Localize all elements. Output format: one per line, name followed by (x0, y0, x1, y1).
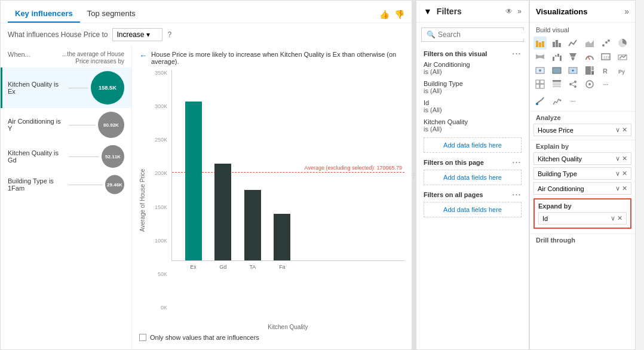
svg-rect-36 (553, 82, 561, 84)
viz-icon-ribbon[interactable] (533, 50, 547, 63)
explain-by-air-conditioning[interactable]: Air Conditioning ∨ ✕ (533, 182, 631, 195)
filter-kitchen-quality[interactable]: Kitchen Quality is (All) (416, 116, 529, 135)
add-data-page[interactable]: Add data fields here (424, 170, 522, 185)
bar-group-2[interactable]: TA (244, 190, 261, 260)
viz-icon-filled-map[interactable] (550, 64, 563, 77)
svg-point-45 (588, 83, 591, 85)
chart-description-text: House Price is more likely to increase w… (151, 51, 404, 65)
filters-on-visual-menu[interactable]: ··· (513, 50, 522, 57)
filter-id[interactable]: Id is (All) (416, 97, 529, 116)
influence-direction-dropdown[interactable]: Increase ▾ (112, 28, 162, 41)
viz-icon-py-visual[interactable]: Py (616, 64, 629, 77)
influencer-bubble-2: 52.11K (102, 145, 124, 168)
eye-icon[interactable]: 👁 (505, 7, 513, 16)
bar-3[interactable] (274, 214, 290, 260)
viz-icon-scatter[interactable] (599, 36, 612, 50)
analyze-section-label: Analyze (530, 111, 635, 122)
bar-0[interactable] (185, 102, 202, 260)
viz-icon-key-influencers[interactable] (583, 78, 596, 91)
expand-by-dropdown[interactable]: Id ∨ ✕ (538, 212, 627, 225)
bar-group-0[interactable]: Ex (185, 102, 202, 260)
expand-filters-icon[interactable]: » (517, 7, 522, 16)
search-input[interactable] (438, 30, 528, 39)
influencer-item-1[interactable]: Air Conditioning is Y 80.92K (1, 108, 131, 142)
bar-2[interactable] (244, 190, 261, 260)
viz-icon-azure-map[interactable] (566, 64, 579, 77)
filters-all-pages-menu[interactable]: ··· (513, 191, 522, 198)
add-data-visual[interactable]: Add data fields here (424, 137, 522, 153)
thumbs-down-icon[interactable]: 👎 (394, 10, 404, 19)
analyze-dropdown[interactable]: House Price ∨ ✕ (533, 124, 631, 136)
more-icon: ··· (570, 97, 575, 105)
tab-icons: 👍 👎 (379, 10, 404, 19)
chevron-down-icon-building[interactable]: ∨ (615, 170, 620, 177)
chevron-down-icon-kitchen[interactable]: ∨ (615, 155, 620, 162)
viz-icon-paint-brush[interactable] (533, 94, 547, 108)
back-arrow-icon[interactable]: ← (139, 51, 148, 60)
influencer-line-3 (69, 185, 103, 185)
search-box[interactable]: 🔍 (421, 27, 524, 42)
tab-top-segments[interactable]: Top segments (80, 5, 143, 23)
influencer-item-2[interactable]: Kitchen Quality is Gd 52.11K (1, 142, 131, 171)
filters-on-page-title: Filters on this page (424, 159, 484, 166)
close-icon-analyze[interactable]: ✕ (622, 126, 627, 134)
left-panel: Key influencers Top segments 👍 👎 What in… (0, 0, 412, 350)
viz-icon-decomp-tree[interactable] (566, 78, 579, 91)
explain-by-kitchen-quality[interactable]: Kitchen Quality ∨ ✕ (533, 152, 631, 165)
filter-question: What influences House Price to (8, 30, 108, 39)
viz-icon-table[interactable] (550, 78, 563, 91)
help-icon[interactable]: ? (167, 30, 171, 39)
viz-icon-card[interactable]: 123 (599, 50, 612, 63)
tab-key-influencers[interactable]: Key influencers (8, 5, 80, 23)
bar-1[interactable] (214, 164, 231, 260)
viz-icon-map[interactable] (533, 64, 547, 77)
viz-icon-area-chart[interactable] (583, 36, 596, 50)
explain-by-building-type[interactable]: Building Type ∨ ✕ (533, 167, 631, 180)
close-icon-kitchen[interactable]: ✕ (622, 155, 627, 162)
close-icon-building[interactable]: ✕ (622, 170, 627, 177)
close-icon-air[interactable]: ✕ (622, 185, 627, 192)
filters-all-pages-title: Filters on all pages (424, 191, 483, 198)
viz-expand-icon[interactable]: » (624, 7, 629, 16)
bar-group-3[interactable]: Fa (274, 214, 290, 260)
viz-icon-line-chart[interactable] (566, 36, 579, 50)
add-data-all-pages[interactable]: Add data fields here (424, 202, 522, 217)
influencer-bar-0: 158.5K (66, 71, 125, 105)
svg-point-9 (608, 39, 610, 42)
influencer-item-3[interactable]: Building Type is 1Fam 29.46K (1, 171, 131, 198)
influencer-line-0 (69, 88, 89, 88)
avg-dashed-line: Average (excluding selected): 170065.79 (172, 172, 404, 173)
viz-icon-more2[interactable]: ··· (566, 94, 579, 108)
svg-rect-23 (553, 67, 561, 73)
svg-rect-38 (553, 86, 561, 87)
viz-icon-r-visual[interactable]: R (599, 64, 612, 77)
viz-icon-stacked-bar[interactable] (533, 36, 547, 50)
influencer-bubble-1: 80.92K (98, 112, 124, 138)
viz-icon-more-visuals[interactable]: ··· (599, 78, 612, 91)
svg-line-42 (572, 82, 574, 84)
viz-icon-pie[interactable] (616, 36, 629, 50)
filters-on-page-menu[interactable]: ··· (513, 159, 522, 166)
influencer-item-0[interactable]: Kitchen Quality is Ex 158.5K (1, 67, 131, 108)
viz-icon-bar-chart[interactable] (550, 36, 563, 50)
viz-icon-treemap[interactable] (583, 64, 596, 77)
filter-air-conditioning[interactable]: Air Conditioning is (All) (416, 59, 529, 78)
show-influencers-row: Only show values that are influencers (139, 330, 404, 345)
svg-rect-35 (553, 80, 561, 82)
viz-icon-funnel[interactable] (566, 50, 579, 63)
filter-building-type[interactable]: Building Type is (All) (416, 78, 529, 97)
svg-rect-28 (591, 71, 594, 75)
close-icon-id[interactable]: ✕ (617, 214, 622, 222)
viz-icon-kpi[interactable] (616, 50, 629, 63)
viz-icon-analytics[interactable] (550, 94, 563, 108)
show-influencers-checkbox[interactable] (139, 334, 146, 341)
ellipsis-label: ··· (603, 81, 608, 88)
chevron-down-icon-id[interactable]: ∨ (611, 214, 615, 222)
chevron-down-icon-analyze[interactable]: ∨ (615, 126, 620, 134)
viz-icon-waterfall[interactable] (550, 50, 563, 63)
viz-icon-gauge[interactable] (583, 50, 596, 63)
bar-group-1[interactable]: Gd (214, 164, 231, 260)
chevron-down-icon-air[interactable]: ∨ (615, 185, 620, 192)
thumbs-up-icon[interactable]: 👍 (379, 10, 390, 19)
viz-icon-matrix[interactable] (533, 78, 547, 91)
